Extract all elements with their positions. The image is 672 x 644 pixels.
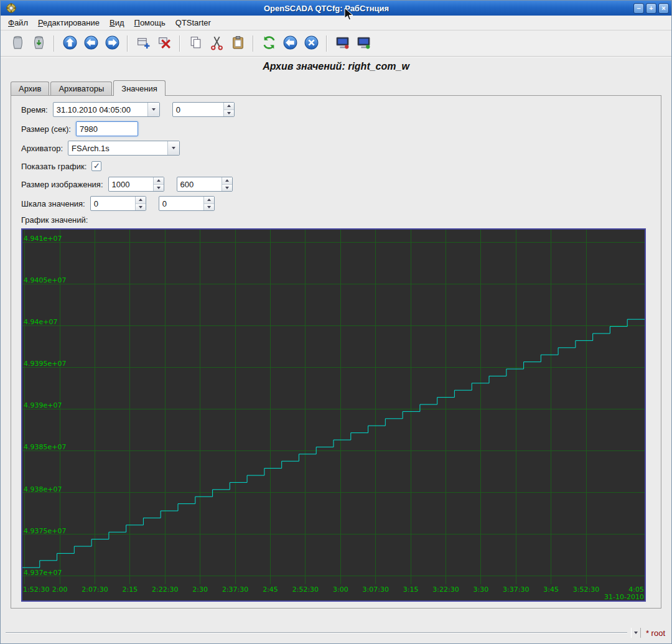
x-tick-label: 3:07:30 — [362, 586, 388, 594]
size-input[interactable]: 7980 — [76, 121, 138, 136]
close-button[interactable]: × — [658, 3, 669, 14]
user-dropdown-icon[interactable] — [631, 628, 641, 638]
show-graph-checkbox[interactable] — [91, 161, 101, 171]
y-tick-label: 4.937e+07 — [24, 569, 62, 577]
remote-host-button[interactable] — [332, 33, 353, 54]
minimize-button[interactable]: – — [633, 3, 644, 14]
x-tick-label: 3:00 — [333, 586, 348, 594]
forward-arrow-icon — [105, 35, 120, 52]
up-arrow-icon — [62, 35, 78, 52]
toolbar-separator — [127, 35, 128, 52]
tab-values[interactable]: Значения — [113, 80, 165, 96]
item-add-button[interactable] — [133, 33, 154, 54]
spin-up-icon[interactable] — [222, 177, 232, 185]
toolbar-separator — [179, 35, 180, 52]
x-tick-label: 2:07:30 — [82, 586, 108, 594]
x-tick-label: 2:00 — [52, 586, 68, 594]
window-title: OpenSCADA QTCfg: РабСтнция — [19, 4, 633, 13]
values-trend-chart: 4.941e+074.9405e+074.94e+074.9395e+074.9… — [21, 228, 646, 602]
spin-down-icon[interactable] — [222, 185, 232, 192]
image-size-row: Размер изображения: 1000 600 — [21, 177, 651, 192]
time-usec-value: 0 — [173, 105, 223, 114]
archiver-combobox[interactable]: FSArch.1s — [68, 141, 180, 156]
page-title: Архив значений: right_com_w — [1, 61, 671, 75]
spin-down-icon[interactable] — [204, 204, 214, 211]
menu-help[interactable]: Помощь — [129, 16, 170, 29]
values-tab-panel: Время: 31.10.2010 04:05:00 0 Размер (сек… — [11, 95, 661, 609]
nav-back-button[interactable] — [80, 33, 101, 54]
archiver-dropdown-icon[interactable] — [167, 141, 179, 155]
tab-archivers[interactable]: Архиваторы — [50, 82, 112, 95]
spin-down-icon[interactable] — [224, 110, 234, 117]
y-tick-label: 4.9375e+07 — [24, 527, 66, 535]
graph-label: График значений: — [21, 215, 651, 226]
maximize-button[interactable]: + — [646, 3, 656, 14]
x-tick-label: 2:52:30 — [292, 586, 319, 594]
x-tick-label: 3:52:30 — [573, 586, 599, 594]
spin-up-icon[interactable] — [136, 197, 146, 204]
app-icon — [6, 2, 17, 14]
spin-down-icon[interactable] — [136, 204, 146, 211]
x-tick-label: 1:52:30 — [23, 586, 49, 594]
x-tick-label: 2:37:30 — [222, 586, 248, 594]
archiver-row: Архиватор: FSArch.1s — [21, 141, 651, 156]
time-value: 31.10.2010 04:05:00 — [54, 105, 147, 114]
current-user: * root — [646, 628, 665, 638]
scale-min-value: 0 — [91, 199, 135, 208]
copy-button[interactable] — [185, 33, 206, 54]
time-combobox[interactable]: 31.10.2010 04:05:00 — [53, 102, 160, 117]
refresh-button[interactable] — [258, 33, 279, 54]
y-tick-label: 4.94e+07 — [24, 318, 57, 326]
x-tick-label: 3:30 — [473, 586, 488, 594]
remote-host-config-icon — [356, 35, 371, 52]
stop-button[interactable] — [301, 33, 322, 54]
content-area: Архив значений: right_com_w Архив Архива… — [1, 57, 671, 643]
y-tick-label: 4.941e+07 — [24, 235, 62, 243]
db-save-button[interactable] — [28, 33, 49, 54]
x-tick-label: 2:22:30 — [152, 586, 178, 594]
back-arrow-icon — [83, 35, 99, 52]
x-tick-label: 3:22:30 — [432, 586, 459, 594]
remote-host-config-button[interactable] — [353, 33, 374, 54]
start-button[interactable] — [279, 33, 301, 54]
spin-down-icon[interactable] — [154, 185, 164, 192]
cut-button[interactable] — [206, 33, 227, 54]
nav-up-button[interactable] — [59, 33, 80, 54]
db-load-button[interactable] — [7, 33, 28, 54]
show-graph-label: Показать график: — [21, 162, 86, 171]
time-usec-spinbox[interactable]: 0 — [172, 102, 235, 117]
toolbar-separator — [253, 35, 254, 52]
x-tick-label: 3:37:30 — [503, 586, 529, 594]
scale-max-spinbox[interactable]: 0 — [159, 196, 215, 211]
time-dropdown-icon[interactable] — [147, 103, 159, 116]
spin-up-icon[interactable] — [154, 177, 164, 185]
paste-button[interactable] — [227, 33, 248, 54]
image-width-value: 1000 — [109, 180, 153, 189]
db-save-icon — [31, 35, 47, 52]
image-width-spinbox[interactable]: 1000 — [108, 177, 164, 192]
menu-qtstarter[interactable]: QTStarter — [170, 16, 216, 29]
spin-up-icon[interactable] — [224, 103, 234, 110]
item-delete-button[interactable] — [154, 33, 175, 54]
db-load-icon — [10, 35, 26, 52]
spin-up-icon[interactable] — [204, 197, 214, 204]
size-label: Размер (сек): — [21, 124, 71, 134]
toolbar-separator — [54, 35, 55, 52]
start-icon — [282, 35, 298, 52]
menu-file[interactable]: Файл — [3, 16, 33, 29]
y-tick-label: 4.9405e+07 — [24, 276, 66, 284]
x-tick-label: 3:15 — [403, 586, 419, 594]
titlebar[interactable]: OpenSCADA QTCfg: РабСтнция – + × — [1, 1, 671, 16]
tab-archive[interactable]: Архив — [11, 82, 49, 95]
menu-view[interactable]: Вид — [105, 16, 129, 29]
tabbar: Архив Архиваторы Значения — [11, 80, 671, 95]
copy-icon — [188, 35, 203, 52]
nav-forward-button[interactable] — [101, 33, 123, 54]
scale-min-spinbox[interactable]: 0 — [90, 196, 146, 211]
refresh-icon — [261, 35, 277, 52]
image-height-spinbox[interactable]: 600 — [177, 177, 233, 192]
menu-edit[interactable]: Редактирование — [33, 16, 105, 29]
app-window: OpenSCADA QTCfg: РабСтнция – + × Файл Ре… — [0, 0, 672, 644]
remote-host-icon — [335, 35, 350, 52]
toolbar — [1, 30, 671, 57]
